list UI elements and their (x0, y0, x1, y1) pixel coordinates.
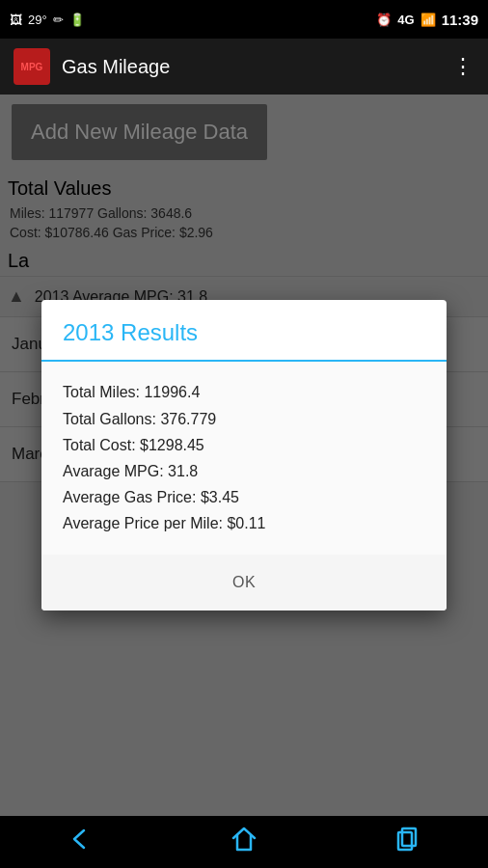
dialog-actions: OK (41, 555, 447, 610)
back-button[interactable] (67, 825, 95, 860)
svg-rect-0 (398, 832, 412, 850)
stat-avg-gas-price: Average Gas Price: $3.45 (63, 484, 425, 510)
stat-total-gallons: Total Gallons: 376.779 (63, 406, 425, 432)
overflow-menu-button[interactable]: ⋮ (452, 54, 474, 79)
status-icon-battery: 🔋 (69, 13, 85, 27)
stat-avg-price-per-mile: Average Price per Mile: $0.11 (63, 510, 425, 536)
svg-rect-1 (402, 828, 416, 846)
status-right: ⏰ 4G 📶 11:39 (376, 12, 478, 28)
stat-average-mpg: Avarage MPG: 31.8 (63, 458, 425, 484)
recents-button[interactable] (393, 825, 421, 860)
home-button[interactable] (230, 825, 258, 860)
dialog-body: Total Miles: 11996.4 Total Gallons: 376.… (41, 362, 447, 554)
status-icon-photo: 🖼 (10, 13, 22, 27)
status-left: 🖼 29° ✏ 🔋 (10, 13, 85, 27)
status-bar: 🖼 29° ✏ 🔋 ⏰ 4G 📶 11:39 (0, 0, 488, 39)
status-icon-edit: ✏ (53, 13, 64, 27)
dialog-title: 2013 Results (41, 300, 447, 360)
app-title: Gas Mileage (62, 56, 441, 78)
stat-total-miles: Total Miles: 11996.4 (63, 379, 425, 405)
app-icon: MPG (14, 48, 50, 85)
dialog-overlay: 2013 Results Total Miles: 11996.4 Total … (0, 95, 488, 816)
nav-bar (0, 816, 488, 868)
status-temp: 29° (28, 13, 47, 27)
status-signal-icon: 📶 (420, 13, 436, 27)
status-signal: 4G (397, 13, 414, 27)
ok-button[interactable]: OK (215, 568, 273, 597)
app-bar: MPG Gas Mileage ⋮ (0, 39, 488, 95)
main-content: Add New Mileage Data Total Values Miles:… (0, 95, 488, 816)
status-alarm-icon: ⏰ (376, 13, 392, 27)
stat-total-cost: Total Cost: $1298.45 (63, 432, 425, 458)
status-time: 11:39 (442, 12, 478, 28)
results-dialog: 2013 Results Total Miles: 11996.4 Total … (41, 300, 447, 610)
